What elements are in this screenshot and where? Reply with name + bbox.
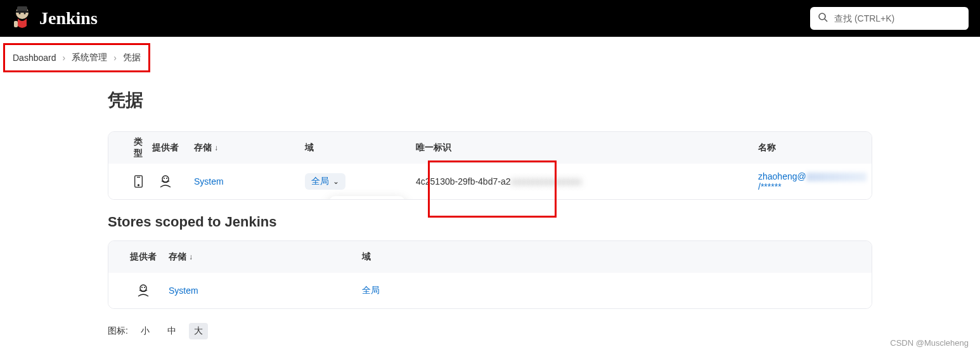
jenkins-logo-icon <box>11 4 33 32</box>
svg-point-19 <box>141 287 143 288</box>
icon-size-large[interactable]: 大 <box>189 323 208 339</box>
icon-size-controls: 图标: 小 中 大 <box>108 323 872 339</box>
search-input[interactable] <box>834 13 961 23</box>
table-header-row: 类型 提供者 存储↓ 域 唯一标识 名称 <box>108 132 872 164</box>
top-header: Jenkins <box>0 0 980 37</box>
col-store[interactable]: 存储↓ <box>159 251 362 263</box>
sort-down-icon: ↓ <box>214 143 218 152</box>
chevron-right-icon: › <box>113 53 117 63</box>
svg-rect-5 <box>14 21 18 27</box>
credential-id: 4c25130b-29fb-4bd7-a2xxxxxxxxxxxxxxxx <box>416 176 758 187</box>
breadcrumb: Dashboard › 系统管理 › 凭据 <box>13 52 141 63</box>
svg-point-6 <box>819 13 825 20</box>
table-row: System 全局 <box>108 273 872 308</box>
watermark: CSDN @Muscleheng <box>890 338 969 348</box>
domain-dropdown-menu: 添加凭据 <box>329 196 405 200</box>
store-link[interactable]: System <box>169 285 198 296</box>
main-content: 凭据 类型 提供者 存储↓ 域 唯一标识 名称 <box>0 72 980 339</box>
search-box[interactable] <box>810 7 969 30</box>
icon-size-small[interactable]: 小 <box>136 323 155 339</box>
brand[interactable]: Jenkins <box>11 4 98 32</box>
col-name[interactable]: 名称 <box>758 142 872 154</box>
domain-dropdown-trigger[interactable]: 全局 ⌄ <box>305 173 345 190</box>
domain-link[interactable]: 全局 <box>362 285 380 295</box>
svg-point-18 <box>140 285 146 291</box>
credential-type-icon <box>108 174 143 189</box>
svg-point-4 <box>24 13 26 15</box>
svg-rect-2 <box>16 11 29 13</box>
svg-point-3 <box>19 13 21 15</box>
breadcrumb-highlight: Dashboard › 系统管理 › 凭据 <box>3 43 150 72</box>
col-id[interactable]: 唯一标识 <box>416 142 758 154</box>
breadcrumb-dashboard[interactable]: Dashboard <box>13 53 56 63</box>
col-store[interactable]: 存储↓ <box>188 142 305 154</box>
section-stores-title: Stores scoped to Jenkins <box>108 214 872 230</box>
breadcrumb-credentials[interactable]: 凭据 <box>123 52 141 63</box>
svg-point-12 <box>164 178 165 179</box>
col-type[interactable]: 类型 <box>108 136 143 159</box>
svg-line-7 <box>825 19 827 22</box>
brand-name: Jenkins <box>39 8 98 29</box>
page-title: 凭据 <box>108 88 872 112</box>
credentials-table: 类型 提供者 存储↓ 域 唯一标识 名称 System <box>108 131 872 200</box>
icon-size-label: 图标: <box>108 325 128 337</box>
store-link[interactable]: System <box>194 176 224 187</box>
svg-point-11 <box>162 176 169 182</box>
svg-point-20 <box>144 287 145 288</box>
col-domain[interactable]: 域 <box>305 142 416 154</box>
svg-rect-1 <box>17 6 27 11</box>
svg-point-13 <box>166 178 167 179</box>
table-row: System 全局 ⌄ 添加凭据 <box>108 164 872 199</box>
provider-icon <box>108 283 159 298</box>
table-header-row: 提供者 存储↓ 域 <box>108 241 872 273</box>
domain-label: 全局 <box>311 176 329 187</box>
domain-cell: 全局 ⌄ 添加凭据 <box>305 173 416 190</box>
stores-table: 提供者 存储↓ 域 System 全局 <box>108 240 872 309</box>
chevron-right-icon: › <box>63 53 66 63</box>
sort-down-icon: ↓ <box>189 252 193 261</box>
svg-point-9 <box>138 185 139 186</box>
chevron-down-icon: ⌄ <box>333 177 339 186</box>
search-icon <box>818 12 828 25</box>
icon-size-medium[interactable]: 中 <box>162 323 181 339</box>
col-domain[interactable]: 域 <box>362 251 872 263</box>
credential-name[interactable]: zhaoheng@/****** <box>758 171 872 192</box>
col-provider[interactable]: 提供者 <box>108 251 159 263</box>
provider-icon <box>143 174 188 189</box>
breadcrumb-system-manage[interactable]: 系统管理 <box>72 52 107 63</box>
col-provider[interactable]: 提供者 <box>143 142 188 154</box>
